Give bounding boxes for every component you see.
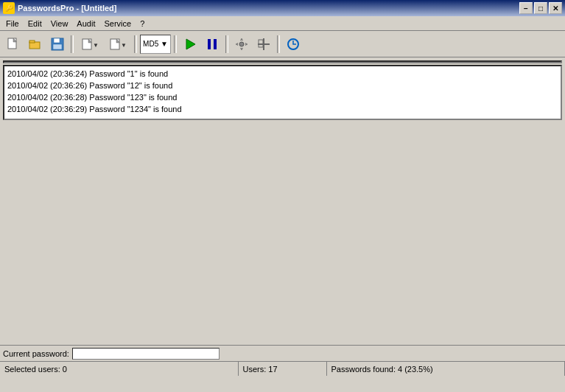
toolbar-separator-1 xyxy=(71,35,74,53)
menu-bar: File Edit View Audit Service ? xyxy=(0,16,565,31)
menu-audit[interactable]: Audit xyxy=(72,18,99,29)
log-line: 2010/04/02 (20:36:26) Password "12" is f… xyxy=(7,80,558,91)
svg-point-16 xyxy=(239,42,244,46)
maximize-button[interactable]: □ xyxy=(534,2,547,14)
status-bar: Selected users: 0 Users: 17 Passwords fo… xyxy=(0,361,565,376)
svg-rect-6 xyxy=(53,44,62,49)
toolbar-separator-3 xyxy=(174,35,177,53)
menu-service[interactable]: Service xyxy=(99,18,136,29)
minimize-button[interactable]: − xyxy=(519,2,533,14)
current-password-input[interactable] xyxy=(72,348,220,360)
col-header-comment: Comment xyxy=(376,62,512,63)
title-bar: 🔑 PasswordsPro - [Untitled] − □ ✕ xyxy=(0,0,565,16)
menu-file[interactable]: File xyxy=(1,18,24,29)
window-title: PasswordsPro - [Untitled] xyxy=(18,4,116,13)
svg-rect-3 xyxy=(29,41,35,43)
export-button[interactable]: ▼ xyxy=(105,35,131,54)
app-icon: 🔑 xyxy=(3,2,15,14)
toolbar: ▼ ▼ MD5 ▼ xyxy=(0,31,565,57)
toolbar-separator-4 xyxy=(225,35,228,53)
toolbar-separator-5 xyxy=(277,35,280,53)
col-header-salt: Salt xyxy=(302,62,331,63)
open-button[interactable] xyxy=(25,35,46,54)
svg-rect-15 xyxy=(214,39,217,49)
close-button[interactable]: ✕ xyxy=(549,2,562,14)
current-password-bar: Current password: xyxy=(0,345,565,361)
settings-button[interactable] xyxy=(231,35,252,54)
menu-edit[interactable]: Edit xyxy=(24,18,46,29)
status-found: Passwords found: 4 (23.5%) xyxy=(327,362,566,376)
col-header-hashtype: Hash Type xyxy=(512,62,560,63)
pause-audit-button[interactable] xyxy=(202,35,222,54)
hash-dropdown-button[interactable]: MD5 ▼ xyxy=(140,35,171,54)
col-header-hash: Hash xyxy=(92,62,302,63)
log-line: 2010/04/02 (20:36:29) Password "1234" is… xyxy=(7,103,558,115)
refresh-button[interactable] xyxy=(283,35,303,54)
log-line: 2010/04/02 (20:36:28) Password "123" is … xyxy=(7,91,558,103)
col-header-password: Password xyxy=(331,62,376,63)
menu-help[interactable]: ? xyxy=(136,18,149,29)
new-button[interactable] xyxy=(3,35,24,54)
current-password-label: Current password: xyxy=(3,349,69,358)
add-hash-button[interactable] xyxy=(253,35,274,54)
svg-text:▼: ▼ xyxy=(93,42,98,49)
svg-marker-13 xyxy=(186,39,195,49)
start-audit-button[interactable] xyxy=(180,35,200,54)
log-line: 2010/04/02 (20:36:24) Password "1" is fo… xyxy=(7,68,558,80)
hash-table-container[interactable]: User Name Hash Salt Password Comment Has… xyxy=(3,60,562,63)
status-selected: Selected users: 0 xyxy=(0,362,239,376)
col-header-checkbox xyxy=(4,62,21,63)
svg-rect-14 xyxy=(208,39,211,49)
menu-view[interactable]: View xyxy=(46,18,73,29)
hash-table: User Name Hash Salt Password Comment Has… xyxy=(4,62,561,63)
toolbar-separator-2 xyxy=(134,35,137,53)
status-users: Users: 17 xyxy=(239,362,327,376)
col-header-username: User Name xyxy=(21,62,92,63)
log-area: 2010/04/02 (20:36:24) Password "1" is fo… xyxy=(3,65,562,120)
import-button[interactable]: ▼ xyxy=(77,35,103,54)
save-button[interactable] xyxy=(47,35,68,54)
svg-text:▼: ▼ xyxy=(121,42,126,49)
svg-rect-5 xyxy=(54,38,60,43)
